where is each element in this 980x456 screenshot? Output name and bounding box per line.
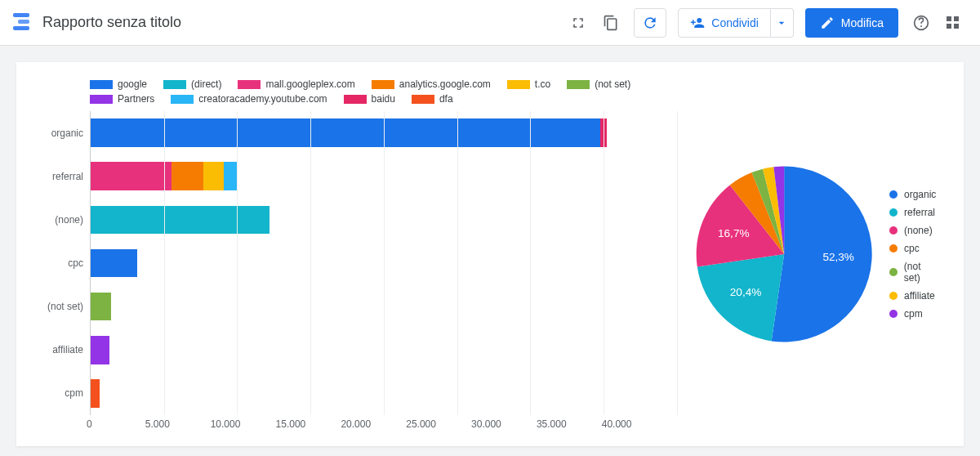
pie-legend-item[interactable]: (not set) [889, 261, 939, 284]
legend-label: cpc [904, 243, 920, 254]
bar-segment[interactable] [91, 293, 111, 321]
bar-legend-item[interactable]: analytics.google.com [372, 78, 491, 90]
y-axis-label: affiliate [41, 329, 90, 372]
apps-icon[interactable] [938, 8, 967, 38]
legend-swatch [412, 95, 434, 104]
bar-segment[interactable] [91, 118, 600, 147]
legend-swatch [889, 226, 898, 235]
bar-segment[interactable] [172, 162, 203, 190]
refresh-button[interactable] [634, 8, 666, 38]
legend-swatch [889, 208, 898, 217]
x-axis-tick: 15.000 [276, 418, 341, 430]
bar-legend-item[interactable]: dfa [412, 93, 453, 105]
bar-legend-item[interactable]: (not set) [567, 78, 630, 90]
pencil-icon [820, 16, 835, 30]
pie-chart[interactable]: 52,3%20,4%16,7% organicreferral(none)cpc… [692, 78, 939, 430]
x-axis-tick: 0 [87, 418, 152, 430]
legend-label: google [118, 78, 147, 90]
x-axis-tick: 25.000 [406, 418, 471, 430]
legend-label: (not set) [904, 261, 939, 284]
legend-swatch [372, 80, 394, 89]
legend-swatch [507, 80, 530, 89]
legend-label: (direct) [191, 78, 221, 90]
legend-swatch [90, 95, 113, 104]
bar-segment[interactable] [91, 249, 137, 278]
legend-swatch [889, 310, 898, 318]
share-button-group: Condividi [678, 8, 794, 38]
report-canvas: google(direct)mall.googleplex.comanalyti… [16, 62, 964, 446]
edit-button[interactable]: Modifica [805, 8, 898, 38]
copy-icon[interactable] [596, 8, 626, 38]
pie-legend-item[interactable]: (none) [889, 225, 939, 236]
share-dropdown-button[interactable] [771, 8, 794, 38]
legend-label: mall.googleplex.com [265, 78, 354, 90]
x-axis-tick: 30.000 [471, 418, 537, 430]
pie-legend-item[interactable]: organic [889, 189, 939, 200]
y-axis-label: cpc [41, 241, 90, 284]
legend-label: Partners [118, 93, 154, 105]
legend-swatch [889, 292, 898, 300]
legend-label: dfa [439, 93, 453, 105]
legend-swatch [163, 80, 186, 89]
legend-swatch [889, 268, 898, 276]
pie-plot-area: 52,3%20,4%16,7% [692, 160, 876, 348]
pie-slice[interactable] [771, 166, 871, 342]
pie-legend: organicreferral(none)cpc(not set)affilia… [889, 189, 939, 320]
y-axis-label: organic [41, 111, 90, 154]
bar-legend-item[interactable]: baidu [344, 93, 395, 105]
bar-legend-item[interactable]: t.co [507, 78, 550, 90]
x-axis-tick: 40.000 [602, 418, 667, 430]
legend-label: baidu [372, 93, 395, 105]
legend-label: (none) [904, 225, 933, 236]
edit-label: Modifica [841, 16, 884, 29]
legend-swatch [238, 80, 261, 89]
legend-swatch [889, 190, 898, 199]
legend-label: affiliate [904, 290, 935, 302]
x-axis-tick: 20.000 [341, 418, 406, 430]
bar-segment[interactable] [224, 162, 237, 190]
legend-swatch [889, 244, 898, 253]
pie-slice-label: 52,3% [822, 251, 853, 263]
bar-segment[interactable] [203, 162, 224, 190]
bar-segment[interactable] [91, 379, 100, 408]
pie-legend-item[interactable]: affiliate [889, 290, 939, 302]
bar-legend-item[interactable]: google [90, 78, 147, 90]
bar-x-axis: 05.00010.00015.00020.00025.00030.00035.0… [90, 415, 677, 430]
y-axis-label: (none) [41, 198, 90, 241]
legend-swatch [567, 80, 590, 89]
bar-segment[interactable] [91, 206, 270, 235]
pie-legend-item[interactable]: cpm [889, 308, 939, 320]
bar-chart[interactable]: google(direct)mall.googleplex.comanalyti… [41, 78, 677, 430]
bar-legend-item[interactable]: Partners [90, 93, 154, 105]
bar-legend-item[interactable]: (direct) [163, 78, 221, 90]
legend-label: analytics.google.com [399, 78, 491, 90]
legend-swatch [90, 80, 113, 89]
legend-label: t.co [535, 78, 550, 90]
pie-legend-item[interactable]: referral [889, 207, 939, 218]
bar-legend-item[interactable]: creatoracademy.youtube.com [171, 93, 327, 105]
bar-legend: google(direct)mall.googleplex.comanalyti… [41, 78, 677, 105]
bar-plot-area [90, 111, 677, 415]
bar-segment[interactable] [91, 336, 109, 364]
fullscreen-icon[interactable] [564, 8, 593, 38]
pie-legend-item[interactable]: cpc [889, 243, 939, 254]
share-button[interactable]: Condividi [678, 8, 771, 38]
legend-swatch [344, 95, 367, 104]
x-axis-tick: 35.000 [537, 418, 602, 430]
legend-swatch [171, 95, 194, 104]
legend-label: cpm [904, 308, 923, 320]
topbar: Rapporto senza titolo Condividi Modifica [0, 0, 980, 46]
y-axis-label: (not set) [41, 285, 90, 329]
legend-label: creatoracademy.youtube.com [198, 93, 327, 105]
x-axis-tick: 10.000 [211, 418, 276, 430]
pie-slice-label: 16,7% [718, 227, 749, 239]
help-icon[interactable] [906, 8, 936, 38]
bar-legend-item[interactable]: mall.googleplex.com [238, 78, 354, 90]
pie-slice-label: 20,4% [729, 286, 760, 298]
person-add-icon [690, 16, 705, 30]
x-axis-tick: 5.000 [145, 418, 211, 430]
report-title[interactable]: Rapporto senza titolo [42, 14, 181, 31]
legend-label: organic [904, 189, 936, 200]
bar-segment[interactable] [91, 162, 172, 190]
y-axis-label: referral [41, 154, 90, 198]
